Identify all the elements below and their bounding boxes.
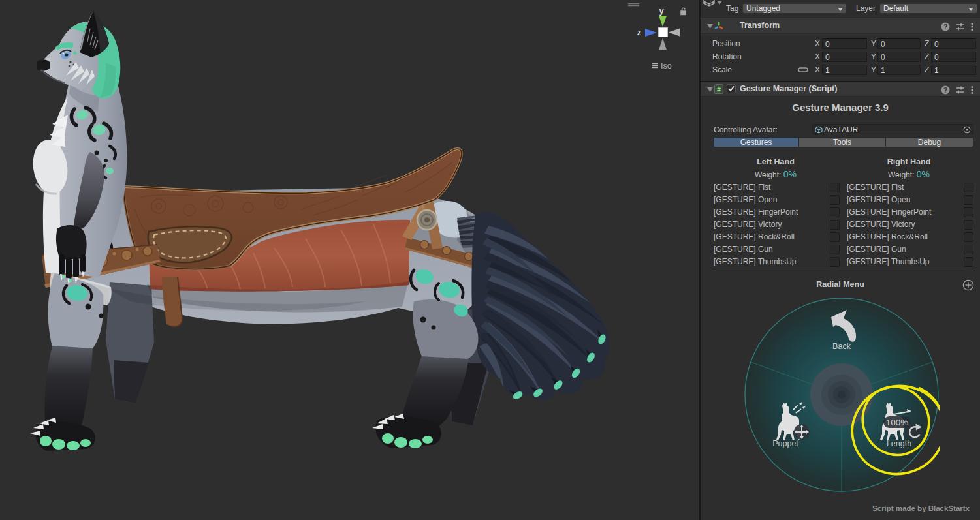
- svg-text:?: ?: [943, 23, 947, 31]
- svg-text:y: y: [659, 6, 664, 16]
- svg-text:100%: 100%: [886, 418, 909, 427]
- svg-text:#: #: [717, 85, 721, 93]
- svg-text:Back: Back: [832, 342, 851, 351]
- svg-text:z: z: [637, 27, 642, 37]
- svg-text:Length: Length: [887, 439, 911, 448]
- svg-text:Iso: Iso: [661, 61, 672, 70]
- svg-text:?: ?: [943, 87, 947, 94]
- svg-text:Puppet: Puppet: [772, 439, 798, 448]
